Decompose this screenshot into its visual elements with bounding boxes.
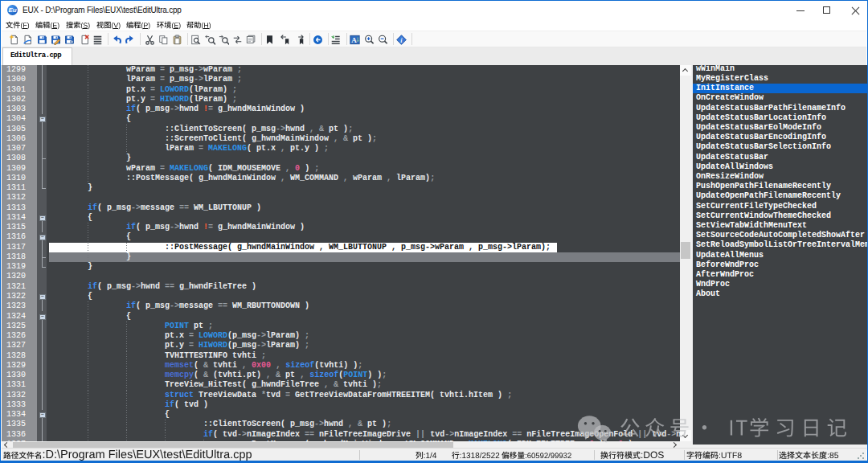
- svg-text:A: A: [351, 36, 357, 44]
